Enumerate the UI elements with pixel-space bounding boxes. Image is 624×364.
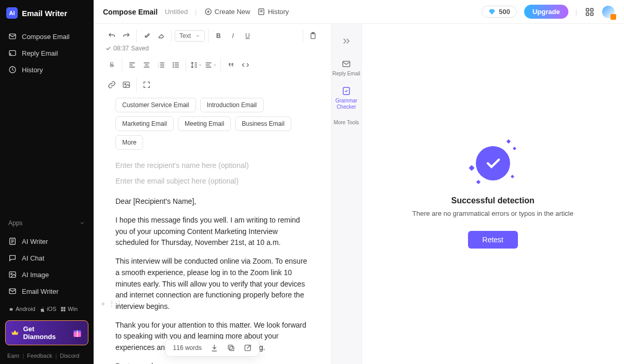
- word-count: 116 words: [173, 344, 202, 352]
- app-ai-chat[interactable]: AI Chat: [0, 250, 94, 266]
- redo-button[interactable]: [120, 29, 133, 43]
- get-diamonds-button[interactable]: Get Diamonds: [5, 320, 88, 345]
- strike-button[interactable]: S: [105, 58, 119, 72]
- svg-rect-13: [76, 331, 77, 337]
- download-icon[interactable]: [210, 344, 218, 352]
- diamond-icon: [488, 8, 496, 16]
- svg-rect-17: [591, 8, 593, 11]
- eraser-icon: [157, 32, 165, 40]
- subject-field[interactable]: Enter the email subject here (optional): [115, 174, 309, 189]
- nav-history[interactable]: History: [0, 61, 94, 78]
- chip-meeting[interactable]: Meeting Email: [178, 116, 231, 131]
- footer-links: Earn | Feedback | Discord: [0, 349, 94, 364]
- svg-rect-7: [61, 307, 63, 309]
- app-email-writer[interactable]: Email Writer: [0, 283, 94, 300]
- app-label: AI Image: [22, 271, 49, 279]
- chat-icon: [8, 254, 17, 262]
- quote-button[interactable]: [224, 58, 238, 72]
- history-icon: [8, 66, 17, 74]
- ul-icon: [172, 61, 180, 69]
- footer-discord[interactable]: Discord: [60, 353, 79, 359]
- chip-business[interactable]: Business Email: [235, 116, 291, 131]
- editor-toolbar: Text B I U 08:37 Saved S: [94, 24, 331, 94]
- closing[interactable]: Best regards,: [115, 361, 309, 364]
- nav-compose-email[interactable]: Compose Email: [0, 28, 94, 45]
- underline-button[interactable]: U: [241, 29, 254, 43]
- clear-format-button[interactable]: [154, 29, 168, 43]
- chip-marketing[interactable]: Marketing Email: [115, 116, 174, 131]
- align-left-icon: [128, 61, 136, 69]
- doc-title[interactable]: Untitled: [165, 8, 188, 16]
- platforms-row: Android iOS Win: [0, 302, 94, 316]
- copy-icon[interactable]: [227, 344, 235, 352]
- grid-icon[interactable]: [584, 7, 595, 17]
- align-left-button[interactable]: [125, 58, 139, 72]
- compose-icon: [8, 32, 17, 41]
- windows-icon: [60, 306, 66, 312]
- add-block-button[interactable]: +: [101, 300, 105, 308]
- open-external-icon[interactable]: [243, 344, 252, 352]
- plus-circle-icon: [204, 8, 212, 16]
- ordered-list-button[interactable]: [154, 58, 168, 72]
- block-type-select[interactable]: Text: [175, 30, 205, 42]
- app-label: AI Writer: [22, 238, 48, 245]
- tool-grammar-checker[interactable]: Grammar Checker: [332, 86, 361, 110]
- upgrade-button[interactable]: Upgrade: [524, 5, 568, 19]
- bold-button[interactable]: B: [212, 29, 225, 43]
- floating-statusbar: 116 words: [165, 339, 259, 357]
- bullet-list-button[interactable]: [169, 58, 183, 72]
- brush-button[interactable]: [140, 29, 153, 43]
- footer-feedback[interactable]: Feedback: [27, 353, 52, 359]
- paragraph-1[interactable]: I hope this message finds you well. I am…: [115, 215, 309, 249]
- chip-more[interactable]: More: [115, 135, 143, 150]
- align-center-button[interactable]: [140, 58, 153, 72]
- link-button[interactable]: [105, 78, 119, 92]
- platform-ios[interactable]: iOS: [40, 306, 56, 312]
- history-button[interactable]: History: [257, 8, 289, 16]
- apps-header[interactable]: Apps: [0, 215, 94, 231]
- nav-label: Compose Email: [22, 33, 70, 41]
- line-height-button[interactable]: [189, 58, 203, 72]
- credit-balance[interactable]: 500: [482, 6, 517, 18]
- greeting[interactable]: Dear [Recipient's Name],: [115, 196, 309, 207]
- editor-column: Text B I U 08:37 Saved S: [94, 24, 332, 364]
- undo-icon: [108, 32, 116, 40]
- platform-android[interactable]: Android: [8, 306, 35, 312]
- svg-rect-8: [63, 307, 66, 309]
- align-dropdown-button[interactable]: [204, 58, 217, 72]
- create-new-button[interactable]: Create New: [204, 8, 251, 16]
- code-icon: [241, 61, 250, 69]
- image-button[interactable]: [120, 78, 133, 92]
- tool-strip: Reply Email Grammar Checker More Tools: [332, 24, 362, 364]
- retest-button[interactable]: Retest: [468, 231, 518, 249]
- collapse-icon[interactable]: [342, 36, 351, 46]
- clipboard-button[interactable]: [306, 29, 320, 43]
- history-icon: [257, 8, 265, 16]
- document-body[interactable]: Enter the recipient's name here (optiona…: [94, 156, 331, 364]
- writer-icon: [8, 237, 17, 245]
- tool-more[interactable]: More Tools: [332, 120, 361, 126]
- chip-customer-service[interactable]: Customer Service Email: [115, 98, 196, 112]
- reply-email-icon: [342, 59, 351, 69]
- platform-win[interactable]: Win: [60, 306, 77, 312]
- chip-introduction[interactable]: Introduction Email: [200, 98, 264, 112]
- tool-reply-email[interactable]: Reply Email: [332, 59, 361, 77]
- paragraph-2[interactable]: This interview will be conducted online …: [115, 256, 309, 312]
- avatar[interactable]: [602, 6, 615, 18]
- svg-point-22: [173, 62, 174, 63]
- apps-header-label: Apps: [8, 219, 22, 227]
- fullscreen-button[interactable]: [140, 78, 153, 92]
- check-icon: [105, 45, 111, 51]
- app-logo[interactable]: AI Email Writer: [0, 0, 94, 26]
- app-ai-image[interactable]: AI Image: [0, 266, 94, 283]
- drag-handle[interactable]: ⋮⋮: [108, 300, 123, 308]
- italic-button[interactable]: I: [226, 29, 240, 43]
- recipient-field[interactable]: Enter the recipient's name here (optiona…: [115, 158, 309, 174]
- nav-reply-email[interactable]: Reply Email: [0, 45, 94, 61]
- android-icon: [8, 306, 14, 312]
- svg-rect-19: [591, 12, 593, 15]
- footer-earn[interactable]: Earn: [7, 353, 19, 359]
- app-ai-writer[interactable]: AI Writer: [0, 233, 94, 250]
- code-button[interactable]: [239, 58, 252, 72]
- undo-button[interactable]: [105, 29, 119, 43]
